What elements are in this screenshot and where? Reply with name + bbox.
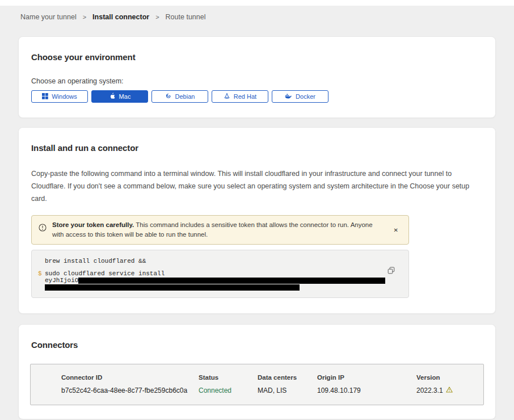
version-value: 2022.3.1 — [416, 387, 478, 394]
windows-icon — [42, 93, 48, 100]
code-line-sudo: sudo cloudflared service install — [45, 270, 386, 278]
connectors-title: Connectors — [30, 340, 484, 350]
docker-icon — [285, 93, 292, 100]
redacted-token-bar — [78, 278, 385, 284]
redhat-icon — [224, 93, 230, 100]
os-button-label: Mac — [119, 93, 131, 100]
choose-environment-title: Choose your environment — [31, 52, 483, 62]
install-command-code-block: brew install cloudflared && $ sudo cloud… — [31, 250, 409, 298]
header-data-centers: Data centers — [258, 374, 317, 381]
install-connector-title: Install and run a connector — [31, 143, 483, 153]
code-line-token: eyJhIjoiO — [45, 278, 386, 284]
breadcrumb-step-name-your-tunnel[interactable]: Name your tunnel — [20, 13, 77, 21]
token-warning-text: Store your token carefully. This command… — [52, 220, 390, 240]
breadcrumb-step-install-connector[interactable]: Install connector — [92, 13, 149, 21]
header-status: Status — [199, 374, 258, 381]
os-button-redhat[interactable]: Red Hat — [212, 90, 268, 103]
install-description: Copy-paste the following command into a … — [31, 167, 482, 205]
breadcrumb-step-route-tunnel[interactable]: Route tunnel — [166, 13, 206, 21]
os-button-label: Red Hat — [234, 93, 256, 100]
apple-icon — [109, 93, 116, 101]
os-select-label: Choose an operating system: — [31, 77, 483, 85]
connectors-table: Connector ID Status Data centers Origin … — [30, 364, 484, 405]
connectors-table-header: Connector ID Status Data centers Origin … — [61, 374, 478, 381]
alert-circle-icon — [39, 224, 47, 234]
token-warning-bold: Store your token carefully. — [52, 221, 134, 228]
header-origin-ip: Origin IP — [317, 374, 416, 381]
redacted-token-bar — [45, 284, 300, 291]
warning-triangle-icon — [446, 387, 453, 394]
breadcrumb: Name your tunnel > Install connector > R… — [0, 6, 514, 21]
os-button-label: Debian — [175, 93, 195, 100]
status-badge: Connected — [199, 387, 258, 394]
os-button-group: Windows Mac Debian Red Hat Docker — [31, 90, 483, 103]
close-icon[interactable]: ✕ — [390, 225, 402, 236]
token-warning-banner: Store your token carefully. This command… — [31, 215, 409, 245]
header-version: Version — [416, 374, 478, 381]
os-button-debian[interactable]: Debian — [151, 90, 208, 103]
connectors-card: Connectors Connector ID Status Data cent… — [18, 324, 496, 419]
os-button-docker[interactable]: Docker — [272, 90, 328, 103]
origin-ip-value: 109.48.10.179 — [317, 387, 416, 394]
choose-environment-card: Choose your environment Choose an operat… — [18, 36, 496, 118]
breadcrumb-separator: > — [155, 14, 159, 20]
os-button-windows[interactable]: Windows — [31, 90, 88, 103]
os-button-mac[interactable]: Mac — [91, 90, 148, 103]
top-strip — [0, 0, 514, 6]
header-connector-id: Connector ID — [61, 374, 199, 381]
code-line-token-2 — [45, 284, 386, 291]
data-centers-value: MAD, LIS — [258, 387, 317, 394]
install-connector-card: Install and run a connector Copy-paste t… — [18, 127, 496, 314]
debian-icon — [165, 93, 172, 100]
os-button-label: Windows — [52, 93, 77, 100]
table-row: b7c52c42-6caa-48ee-8c77-fbe259cb6c0a Con… — [61, 387, 478, 394]
copy-icon[interactable] — [386, 266, 396, 277]
shell-prompt: $ — [38, 270, 42, 277]
code-line-brew: brew install cloudflared && — [45, 258, 386, 264]
connector-id-value: b7c52c42-6caa-48ee-8c77-fbe259cb6c0a — [61, 387, 199, 394]
os-button-label: Docker — [296, 93, 315, 100]
breadcrumb-separator: > — [83, 14, 86, 20]
